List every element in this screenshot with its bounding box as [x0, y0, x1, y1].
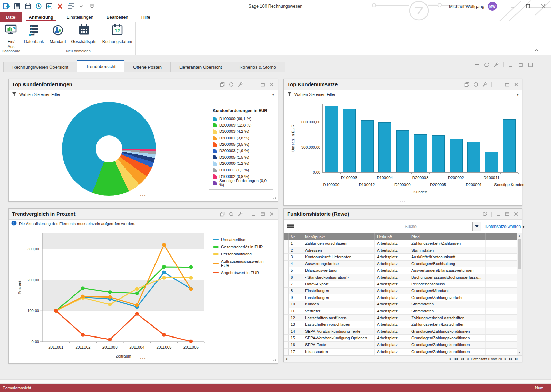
- close-icon[interactable]: [269, 82, 274, 87]
- column-header[interactable]: Nr.: [289, 233, 303, 240]
- filter-dropdown-button[interactable]: [472, 222, 481, 231]
- scroll-up-icon[interactable]: [517, 233, 522, 238]
- minimize-icon[interactable]: [251, 82, 256, 87]
- ribbon-button[interactable]: Datenbank: [21, 22, 47, 49]
- wrench-icon[interactable]: [494, 62, 499, 67]
- wrench-icon[interactable]: [238, 82, 243, 87]
- dropdown-chevron-icon[interactable]: [78, 2, 85, 10]
- pager-first-icon[interactable]: |◀◀: [454, 357, 458, 360]
- table-row[interactable]: 10KundenArbeitsplatzStammdaten: [284, 301, 517, 308]
- refresh-icon[interactable]: [484, 62, 489, 67]
- maximize-icon[interactable]: [505, 82, 510, 87]
- vertical-scrollbar[interactable]: [517, 233, 522, 355]
- filter-bar[interactable]: Wählen Sie einen Filter: [9, 90, 278, 99]
- panel-ellipsis[interactable]: [284, 199, 522, 203]
- pager-scroll-right-icon[interactable]: ▶: [450, 357, 451, 360]
- table-row[interactable]: 5BilanzauswertungArbeitsplatzAuswertunge…: [284, 267, 517, 274]
- pager-next-icon[interactable]: ▶: [505, 357, 507, 360]
- table-row[interactable]: 13Lastschriften vorschlagenArbeitsplatzZ…: [284, 321, 517, 328]
- pager-prev-page-icon[interactable]: ◀◀: [460, 357, 464, 360]
- filter-bar[interactable]: Wählen Sie einen Filter: [284, 90, 522, 99]
- refresh-icon[interactable]: [229, 212, 234, 217]
- close-icon[interactable]: [514, 82, 519, 87]
- table-row[interactable]: 14SEPA-Vorabankündigung TexteArbeitsplat…: [284, 328, 517, 335]
- tab-2[interactable]: Trendübersicht: [77, 60, 124, 72]
- table-row[interactable]: 6<Standardkonfiguration>ArbeitsplatzBuch…: [284, 274, 517, 281]
- pager-prev-icon[interactable]: ◀: [467, 357, 468, 360]
- refresh-icon[interactable]: [482, 212, 487, 217]
- column-header[interactable]: Herkunft: [375, 233, 409, 240]
- column-header[interactable]: Pfad: [409, 233, 486, 240]
- maximize-icon[interactable]: [518, 62, 523, 67]
- cascade-icon[interactable]: [464, 82, 469, 87]
- maximize-icon[interactable]: [505, 212, 510, 217]
- ribbon-button[interactable]: Geschäftsjahr: [69, 22, 99, 49]
- menu-item[interactable]: Einstellungen: [60, 12, 100, 22]
- ribbon-button[interactable]: 12Buchungsdatum: [99, 22, 135, 49]
- window-close-button[interactable]: [535, 0, 551, 12]
- table-row[interactable]: 2AdressenArbeitsplatzStammdaten: [284, 247, 517, 254]
- exit-icon[interactable]: [3, 2, 10, 10]
- wrench-icon[interactable]: [238, 212, 243, 217]
- minimize-icon[interactable]: [496, 82, 501, 87]
- menu-item[interactable]: Bearbeiten: [100, 12, 135, 22]
- search-input[interactable]: [402, 222, 470, 231]
- refresh-icon[interactable]: [473, 82, 478, 87]
- table-row[interactable]: 11VertreterArbeitsplatzStammdaten: [284, 308, 517, 315]
- close-icon[interactable]: [514, 212, 519, 217]
- maximize-icon[interactable]: [260, 212, 265, 217]
- chevron-down-icon[interactable]: [517, 92, 519, 97]
- scrollbar-thumb[interactable]: [518, 239, 521, 269]
- table-row[interactable]: 3Kontoauskunft LieferantenArbeitsplatzAu…: [284, 254, 517, 261]
- maximize-icon[interactable]: [260, 82, 265, 87]
- cascade-icon[interactable]: [220, 82, 225, 87]
- menu-item[interactable]: Anmeldung: [22, 12, 60, 22]
- tab-4[interactable]: Lieferanten Übersicht: [170, 62, 231, 72]
- menu-item[interactable]: Hilfe: [135, 12, 157, 22]
- window-grid-icon[interactable]: [528, 62, 533, 67]
- table-row[interactable]: 8EinstellungenArbeitsplatzGrundlagen\Man…: [284, 288, 517, 294]
- tab-1[interactable]: Rechnungswesen Übersicht: [3, 62, 77, 72]
- column-header[interactable]: Menüpunkt: [303, 233, 375, 240]
- ribbon-button[interactable]: Ein/Aus: [1, 22, 21, 49]
- table-row[interactable]: 7Datev-ExportArbeitsplatzPeriodenabschlu…: [284, 281, 517, 288]
- select-records-link[interactable]: Datensätze wählen: [485, 224, 524, 229]
- wrench-icon[interactable]: [482, 82, 487, 87]
- close-icon[interactable]: [269, 212, 274, 217]
- calculator-icon[interactable]: [13, 2, 21, 10]
- panel-ellipsis[interactable]: [9, 356, 278, 361]
- menu-icon[interactable]: [287, 223, 294, 230]
- cascade-icon[interactable]: [220, 212, 225, 217]
- menu-item[interactable]: Datei: [0, 12, 22, 22]
- back-icon[interactable]: [46, 2, 53, 10]
- scroll-down-icon[interactable]: [517, 350, 522, 355]
- resize-grip[interactable]: [275, 360, 276, 361]
- table-row[interactable]: 12Lastschriften ausführenArbeitsplatzZah…: [284, 315, 517, 322]
- minimize-icon[interactable]: [251, 212, 256, 217]
- chevron-down-icon[interactable]: [272, 92, 274, 97]
- tab-3[interactable]: Offene Posten: [124, 62, 171, 72]
- window-minimize-button[interactable]: [504, 0, 520, 12]
- minimize-icon[interactable]: [509, 62, 513, 67]
- table-row[interactable]: 15SEPA-Vorabankündigung OptionenArbeitsp…: [284, 335, 517, 342]
- table-row[interactable]: 1Zahlungen vorschlagenArbeitsplatzZahlun…: [284, 240, 517, 247]
- cascade-window-icon[interactable]: [67, 2, 74, 10]
- clock-icon[interactable]: [35, 2, 42, 10]
- refresh-icon[interactable]: [229, 82, 234, 87]
- add-icon[interactable]: [474, 62, 479, 67]
- minimize-icon[interactable]: [496, 212, 501, 217]
- pager-last-icon[interactable]: ▶|: [515, 357, 517, 360]
- window-maximize-button[interactable]: [520, 0, 535, 12]
- avatar[interactable]: MW: [488, 2, 497, 11]
- table-row[interactable]: 16SEPA-TexteArbeitsplatzGrundlagen\Zahlu…: [284, 342, 517, 349]
- ribbon-collapse-icon[interactable]: [534, 47, 539, 53]
- resize-grip[interactable]: [275, 198, 276, 199]
- ribbon-button[interactable]: Mandant: [47, 22, 69, 49]
- close-red-icon[interactable]: [56, 2, 64, 10]
- panel-ellipsis[interactable]: [9, 193, 278, 198]
- tab-5[interactable]: Roherlös & Storno: [231, 62, 285, 72]
- table-row[interactable]: 9EinstellungenArbeitsplatzGrundlagen\Zah…: [284, 294, 517, 301]
- calendar-icon[interactable]: [24, 2, 32, 10]
- table-row[interactable]: 17InkassoartenArbeitsplatzGrundlagen\Zah…: [284, 349, 517, 355]
- table-row[interactable]: 4AuswertungskreiseArbeitsplatzGrundlagen…: [284, 261, 517, 268]
